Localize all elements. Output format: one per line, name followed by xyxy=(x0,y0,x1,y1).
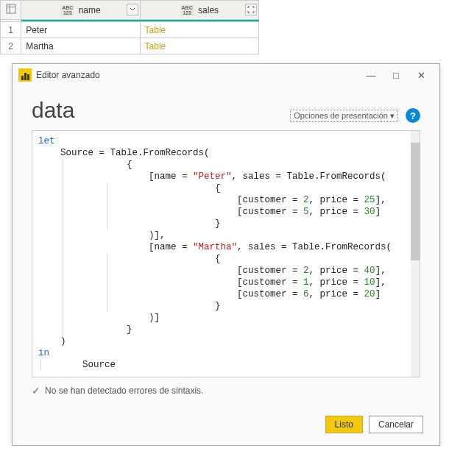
help-icon[interactable]: ? xyxy=(406,108,420,123)
minimize-button[interactable]: — xyxy=(358,66,383,84)
expand-icon[interactable] xyxy=(245,4,257,15)
query-name-heading: data xyxy=(32,98,74,123)
column-header-sales[interactable]: ABC123 sales xyxy=(140,1,258,20)
check-icon: ✓ xyxy=(32,385,40,397)
column-name-label: sales xyxy=(198,5,219,15)
display-options-dropdown[interactable]: Opciones de presentación ▾ xyxy=(290,110,398,122)
code-editor[interactable]: let Source = Table.FromRecords( │ { │ [n… xyxy=(32,130,420,377)
column-name-label: name xyxy=(79,5,101,15)
titlebar: Editor avanzado — □ ✕ xyxy=(13,64,439,86)
cell-name[interactable]: Martha xyxy=(21,38,140,54)
svg-rect-0 xyxy=(7,4,15,13)
ok-button[interactable]: Listo xyxy=(325,416,363,433)
type-icon: ABC123 xyxy=(180,4,194,16)
row-number: 2 xyxy=(1,38,21,54)
chevron-down-icon: ▾ xyxy=(390,111,395,120)
column-header-name[interactable]: ABC123 name xyxy=(21,1,140,20)
maximize-button[interactable]: □ xyxy=(383,66,409,84)
row-number: 1 xyxy=(1,22,21,38)
table-row[interactable]: 1 Peter Table xyxy=(1,22,259,38)
window-title: Editor avanzado xyxy=(36,70,358,80)
close-button[interactable]: ✕ xyxy=(409,66,434,84)
scrollbar-thumb[interactable] xyxy=(411,143,420,260)
status-text: No se han detectado errores de sintaxis. xyxy=(45,386,203,396)
advanced-editor-window: Editor avanzado — □ ✕ data Opciones de p… xyxy=(12,63,440,446)
data-table: ABC123 name ABC123 sales 1 Peter Table 2… xyxy=(0,0,259,54)
code-content[interactable]: let Source = Table.FromRecords( │ { │ [n… xyxy=(32,131,420,375)
dropdown-icon[interactable] xyxy=(127,4,138,15)
cell-sales[interactable]: Table xyxy=(140,22,258,38)
type-icon: ABC123 xyxy=(60,4,74,16)
status-bar: ✓ No se han detectado errores de sintaxi… xyxy=(32,385,420,397)
cancel-button[interactable]: Cancelar xyxy=(369,416,423,433)
cell-sales[interactable]: Table xyxy=(140,38,258,54)
cell-name[interactable]: Peter xyxy=(21,22,140,38)
table-row[interactable]: 2 Martha Table xyxy=(1,38,259,54)
app-logo-icon xyxy=(18,68,32,82)
table-corner xyxy=(1,1,21,20)
